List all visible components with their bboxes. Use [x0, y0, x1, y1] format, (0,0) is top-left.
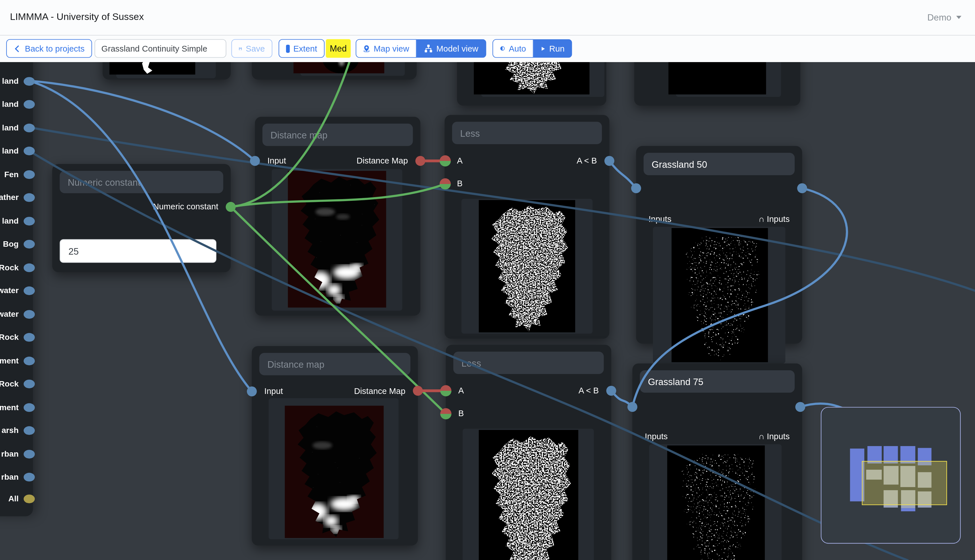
- class-port-label: rban: [0, 472, 18, 483]
- node-preview: [293, 62, 384, 73]
- back-to-projects-button[interactable]: Back to projects: [6, 39, 92, 58]
- extent-button[interactable]: Extent: [279, 39, 324, 58]
- port-distance-map-top-input[interactable]: [250, 156, 260, 166]
- output-port-label: ∩ Inputs: [758, 212, 790, 226]
- port-distance-map-bottom-output[interactable]: [413, 386, 423, 396]
- grassland-50-node[interactable]: Inputs ∩ Inputs: [636, 146, 802, 344]
- node-title-input[interactable]: [453, 352, 604, 374]
- class-port[interactable]: [23, 356, 35, 365]
- resolution-badge-label: Med: [330, 43, 347, 53]
- class-port[interactable]: [23, 193, 35, 202]
- class-port-label: land: [0, 75, 18, 87]
- model-view-button[interactable]: Model view: [416, 39, 486, 58]
- class-port[interactable]: [23, 450, 35, 458]
- output-port-label: Numeric constant: [153, 200, 218, 213]
- save-button[interactable]: Save: [231, 39, 272, 58]
- port-grassland-75-output[interactable]: [795, 402, 805, 412]
- extent-icon: [286, 45, 289, 52]
- input-port-label: Inputs: [649, 212, 671, 226]
- model-canvas[interactable]: landlandlandlandFenatherlandBogRockwater…: [0, 62, 975, 560]
- class-port[interactable]: [23, 333, 35, 342]
- class-port[interactable]: [23, 426, 35, 435]
- port-distance-map-top-output[interactable]: [415, 156, 425, 166]
- class-port[interactable]: [23, 286, 35, 295]
- port-less-top-b[interactable]: [440, 178, 451, 189]
- run-button[interactable]: Run: [533, 39, 572, 58]
- port-distance-map-bottom-input[interactable]: [247, 387, 257, 397]
- node-title-input[interactable]: [259, 353, 411, 375]
- class-port[interactable]: [23, 240, 35, 249]
- node-title-input[interactable]: [60, 171, 223, 193]
- port-grassland-75-input[interactable]: [627, 402, 637, 412]
- input-b-label: B: [458, 407, 464, 421]
- class-port-label: land: [0, 122, 18, 133]
- user-menu[interactable]: Demo: [927, 13, 963, 23]
- class-port-label: water: [0, 285, 18, 296]
- grassland-75-node[interactable]: Inputs ∩ Inputs: [632, 363, 802, 560]
- node-title-input[interactable]: [644, 153, 794, 175]
- class-port[interactable]: [23, 495, 35, 503]
- resolution-badge[interactable]: Med: [326, 39, 351, 58]
- distance-map-node-top[interactable]: Input Distance Map: [255, 117, 420, 316]
- node-preview: [474, 62, 590, 94]
- port-grassland-50-input[interactable]: [631, 183, 641, 193]
- port-less-bottom-a[interactable]: [440, 385, 451, 396]
- class-port[interactable]: [23, 403, 35, 412]
- numeric-constant-node[interactable]: Numeric constant: [52, 164, 231, 272]
- node-preview: [109, 62, 195, 75]
- node-title-input[interactable]: [452, 122, 602, 144]
- node-cut-top-2[interactable]: [252, 62, 416, 80]
- class-port-label: water: [0, 308, 18, 320]
- class-port[interactable]: [23, 310, 35, 318]
- port-less-bottom-b[interactable]: [440, 408, 451, 419]
- auto-toggle-button[interactable]: Auto: [492, 39, 533, 58]
- less-node-bottom[interactable]: A A < B B: [446, 345, 611, 560]
- class-port[interactable]: [23, 217, 35, 225]
- class-port[interactable]: [23, 77, 35, 85]
- node-title-input[interactable]: [262, 123, 413, 146]
- view-toggle-group: Map view Model view: [356, 39, 487, 58]
- class-port[interactable]: [23, 263, 35, 272]
- distance-map-preview: [285, 406, 384, 538]
- map-view-button[interactable]: Map view: [356, 39, 417, 58]
- minimap-viewport[interactable]: [862, 461, 947, 505]
- node-preview: [669, 62, 766, 94]
- model-view-icon: [424, 44, 433, 53]
- node-cut-top-4[interactable]: [634, 62, 800, 106]
- auto-icon: [500, 44, 505, 53]
- distance-map-node-bottom[interactable]: Input Distance Map: [252, 346, 418, 545]
- class-port[interactable]: [23, 170, 35, 179]
- port-grassland-50-output[interactable]: [797, 183, 807, 193]
- run-group: Auto Run: [492, 39, 572, 58]
- class-port-label: rban: [0, 448, 18, 460]
- class-port-label: ment: [0, 402, 18, 413]
- port-numeric-constant-output[interactable]: [226, 202, 236, 212]
- minimap[interactable]: [821, 407, 961, 544]
- minimap-node: [901, 508, 915, 511]
- less-node-top[interactable]: A A < B B: [445, 115, 609, 339]
- output-port-label: ∩ Inputs: [758, 430, 790, 443]
- grassland-50-preview: [672, 228, 768, 362]
- node-cut-top-3[interactable]: [457, 62, 606, 106]
- toolbar: Back to projects Save Extent Med Map vie…: [0, 35, 975, 62]
- input-a-label: A: [457, 154, 463, 168]
- port-less-bottom-output[interactable]: [606, 386, 616, 396]
- port-less-top-a[interactable]: [440, 155, 451, 167]
- class-port[interactable]: [23, 473, 35, 482]
- node-title-input[interactable]: [640, 370, 794, 393]
- class-port-label: Rock: [0, 332, 18, 343]
- node-cut-top-1[interactable]: [103, 62, 231, 80]
- numeric-constant-value-input[interactable]: [60, 239, 216, 263]
- run-label: Run: [549, 44, 564, 53]
- save-icon: [239, 45, 242, 52]
- class-port[interactable]: [23, 147, 35, 155]
- class-port[interactable]: [23, 123, 35, 132]
- class-port-label: Rock: [0, 378, 18, 389]
- port-less-top-output[interactable]: [604, 156, 614, 166]
- output-port-label: Distance Map: [357, 154, 408, 168]
- class-port-label: All: [0, 493, 18, 505]
- input-port-label: Inputs: [645, 430, 668, 443]
- project-name-input[interactable]: [95, 39, 226, 58]
- class-port[interactable]: [23, 100, 35, 109]
- class-port[interactable]: [23, 380, 35, 388]
